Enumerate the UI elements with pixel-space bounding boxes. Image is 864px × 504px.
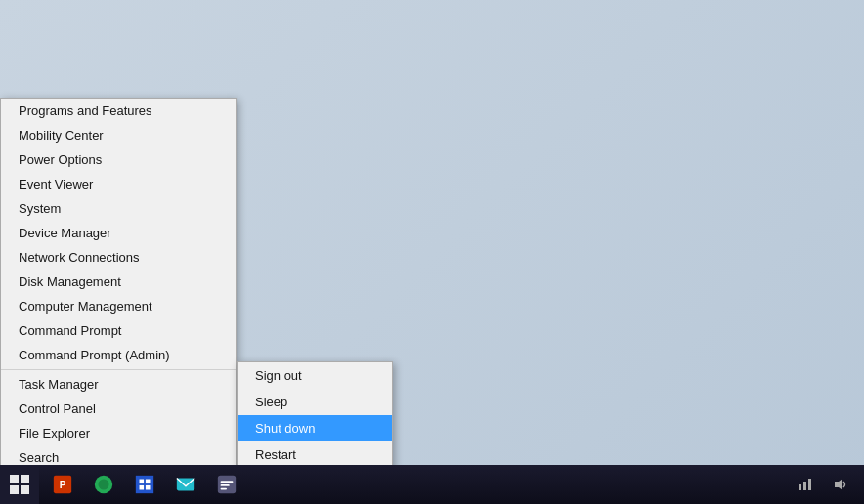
tray-icon-2[interactable]	[825, 466, 856, 503]
svg-point-3	[99, 480, 109, 490]
taskbar: P	[0, 465, 864, 504]
svg-rect-12	[221, 484, 230, 486]
menu-item-device-manager[interactable]: Device Manager	[1, 221, 236, 245]
svg-rect-4	[136, 476, 153, 493]
start-button[interactable]	[0, 465, 39, 504]
menu-item-command-prompt-admin[interactable]: Command Prompt (Admin)	[1, 343, 236, 367]
menu-item-computer-management[interactable]: Computer Management	[1, 294, 236, 318]
menu-item-file-explorer[interactable]: File Explorer	[1, 421, 236, 445]
menu-item-disk-management[interactable]: Disk Management	[1, 270, 236, 294]
taskbar-icon-area: P	[39, 466, 782, 503]
menu-item-power-options[interactable]: Power Options	[1, 147, 236, 172]
network-tray-icon	[798, 477, 813, 492]
menu-item-system[interactable]: System	[1, 196, 236, 221]
menu-item-command-prompt[interactable]: Command Prompt	[1, 318, 236, 343]
submenu-shut-down-sign-out: Sign out Sleep Shut down Restart	[237, 361, 393, 469]
submenu-item-sleep[interactable]: Sleep	[238, 389, 392, 415]
svg-rect-8	[146, 485, 151, 490]
menu-item-task-manager[interactable]: Task Manager	[1, 372, 236, 397]
app3-icon	[134, 474, 155, 495]
taskbar-app-icon-1[interactable]: P	[43, 466, 82, 503]
svg-rect-16	[808, 479, 811, 490]
desktop: Programs and Features Mobility Center Po…	[0, 0, 864, 504]
context-menu: Programs and Features Mobility Center Po…	[0, 98, 237, 504]
menu-item-control-panel[interactable]: Control Panel	[1, 397, 236, 421]
app5-icon	[216, 474, 238, 495]
menu-item-network-connections[interactable]: Network Connections	[1, 245, 236, 270]
svg-rect-13	[221, 488, 227, 490]
svg-rect-7	[140, 485, 145, 490]
tray-icon-1[interactable]	[790, 466, 821, 503]
svg-rect-11	[221, 481, 234, 483]
taskbar-app-icon-4[interactable]	[166, 466, 205, 503]
submenu-item-restart[interactable]: Restart	[238, 441, 392, 468]
submenu-item-shut-down[interactable]: Shut down	[238, 415, 392, 441]
app1-icon: P	[52, 474, 73, 495]
svg-rect-15	[803, 482, 806, 490]
svg-rect-14	[799, 484, 801, 490]
svg-rect-6	[146, 480, 151, 484]
taskbar-app-icon-3[interactable]	[125, 466, 164, 503]
windows-logo-icon	[10, 475, 29, 494]
svg-rect-5	[140, 480, 145, 484]
svg-marker-17	[835, 479, 842, 490]
menu-divider-1	[1, 369, 236, 370]
menu-item-event-viewer[interactable]: Event Viewer	[1, 172, 236, 196]
app4-icon	[175, 474, 196, 495]
menu-item-mobility-center[interactable]: Mobility Center	[1, 123, 236, 147]
volume-tray-icon	[833, 477, 848, 492]
taskbar-app-icon-2[interactable]	[84, 466, 123, 503]
svg-text:P: P	[60, 480, 66, 490]
system-tray	[782, 466, 864, 503]
app2-icon	[93, 474, 114, 495]
taskbar-app-icon-5[interactable]	[207, 466, 246, 503]
submenu-item-sign-out[interactable]: Sign out	[238, 362, 392, 389]
menu-item-programs-features[interactable]: Programs and Features	[1, 99, 236, 123]
